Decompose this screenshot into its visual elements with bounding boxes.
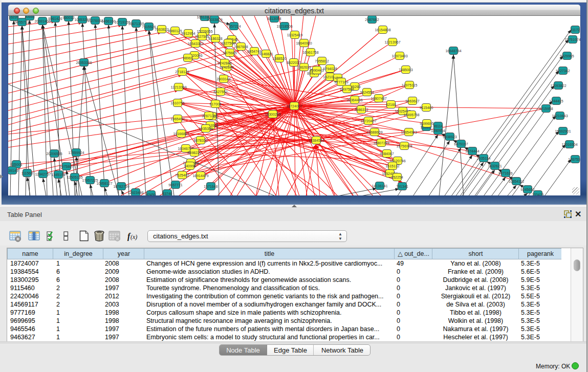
svg-text:9327508: 9327508 xyxy=(221,41,235,45)
svg-text:19166827: 19166827 xyxy=(173,132,189,136)
svg-text:9245652: 9245652 xyxy=(520,188,534,191)
svg-text:20364436: 20364436 xyxy=(346,98,362,102)
svg-text:917004: 917004 xyxy=(209,102,221,106)
svg-text:16914479: 16914479 xyxy=(192,174,208,178)
svg-text:15692901: 15692901 xyxy=(555,129,571,133)
svg-text:8822037: 8822037 xyxy=(287,61,300,64)
svg-text:16495758: 16495758 xyxy=(403,113,419,117)
svg-text:9975867: 9975867 xyxy=(59,165,73,168)
svg-text:12505135: 12505135 xyxy=(67,176,82,179)
svg-text:733426: 733426 xyxy=(532,193,543,196)
svg-text:11325419: 11325419 xyxy=(287,33,303,37)
svg-text:14136141: 14136141 xyxy=(372,184,387,188)
svg-text:9657771: 9657771 xyxy=(168,183,182,187)
svg-text:9215958: 9215958 xyxy=(539,107,553,111)
svg-text:98961: 98961 xyxy=(183,56,193,60)
svg-text:18300295: 18300295 xyxy=(265,113,280,116)
svg-text:19384554: 19384554 xyxy=(308,139,324,142)
svg-text:9474444: 9474444 xyxy=(465,149,479,153)
svg-text:19654923: 19654923 xyxy=(401,130,417,134)
svg-text:8427552: 8427552 xyxy=(213,90,227,94)
svg-text:8912954: 8912954 xyxy=(181,32,195,35)
svg-text:12213967: 12213967 xyxy=(384,40,400,44)
svg-text:9055712: 9055712 xyxy=(15,20,29,24)
svg-text:1935359: 1935359 xyxy=(199,127,212,130)
svg-text:9146821: 9146821 xyxy=(259,52,273,56)
svg-text:9084067: 9084067 xyxy=(380,152,394,156)
svg-text:1588520: 1588520 xyxy=(272,57,286,60)
svg-text:9227342: 9227342 xyxy=(556,69,570,73)
svg-text:939149: 939149 xyxy=(8,169,18,172)
svg-text:935001: 935001 xyxy=(10,163,22,166)
svg-text:19756928: 19756928 xyxy=(396,144,412,148)
svg-text:10958127: 10958127 xyxy=(96,182,112,185)
svg-text:17957225: 17957225 xyxy=(82,179,98,182)
svg-text:12975115: 12975115 xyxy=(402,83,418,87)
svg-text:8990443: 8990443 xyxy=(310,69,323,72)
svg-text:1610755: 1610755 xyxy=(170,101,184,105)
svg-text:17559924: 17559924 xyxy=(68,151,84,155)
svg-text:9242845: 9242845 xyxy=(217,61,231,65)
svg-text:7663822: 7663822 xyxy=(155,28,168,31)
svg-text:7515526: 7515526 xyxy=(142,25,156,29)
svg-text:1362615: 1362615 xyxy=(297,65,311,69)
svg-text:16154808: 16154808 xyxy=(375,28,390,32)
svg-text:(x): (x) xyxy=(130,233,137,240)
svg-text:15751074: 15751074 xyxy=(564,38,580,41)
svg-text:30555: 30555 xyxy=(25,16,35,18)
svg-text:8960125: 8960125 xyxy=(168,29,182,33)
svg-text:83746: 83746 xyxy=(162,192,172,195)
svg-text:3824554: 3824554 xyxy=(360,91,374,94)
svg-text:8186328: 8186328 xyxy=(208,37,222,40)
svg-text:96114: 96114 xyxy=(433,124,443,128)
svg-text:791341: 791341 xyxy=(396,185,408,188)
svg-text:26053346: 26053346 xyxy=(76,61,92,64)
svg-text:19218506: 19218506 xyxy=(276,25,292,28)
svg-text:111568: 111568 xyxy=(21,171,33,175)
svg-text:9115460: 9115460 xyxy=(420,106,433,110)
svg-text:1267534: 1267534 xyxy=(568,158,580,161)
svg-text:7625402: 7625402 xyxy=(175,173,189,177)
svg-text:10973493: 10973493 xyxy=(391,54,407,58)
svg-text:8878332: 8878332 xyxy=(193,139,207,142)
svg-text:5938923: 5938923 xyxy=(443,135,456,139)
svg-text:92450: 92450 xyxy=(146,193,156,196)
svg-text:2803144: 2803144 xyxy=(216,77,230,81)
svg-text:140994: 140994 xyxy=(184,164,195,168)
svg-text:17016504: 17016504 xyxy=(561,143,577,146)
svg-text:2718126: 2718126 xyxy=(175,70,189,74)
svg-text:6479197: 6479197 xyxy=(454,142,468,146)
svg-text:1244415: 1244415 xyxy=(549,99,563,103)
svg-text:7986372: 7986372 xyxy=(354,108,368,112)
svg-text:9699695: 9699695 xyxy=(420,122,433,125)
svg-text:10807487: 10807487 xyxy=(371,97,386,100)
svg-text:8813054: 8813054 xyxy=(267,17,281,20)
svg-text:16033809: 16033809 xyxy=(206,18,222,21)
svg-text:10654112: 10654112 xyxy=(509,180,525,183)
svg-text:3875685: 3875685 xyxy=(223,51,236,55)
svg-text:18640910: 18640910 xyxy=(296,41,312,45)
svg-text:252254: 252254 xyxy=(391,176,403,179)
svg-text:7632621: 7632621 xyxy=(488,164,502,168)
svg-text:20206535: 20206535 xyxy=(46,152,62,156)
svg-text:18807249: 18807249 xyxy=(373,141,389,145)
svg-text:1965492: 1965492 xyxy=(170,117,184,121)
svg-text:7955812: 7955812 xyxy=(315,59,329,63)
svg-text:1345194: 1345194 xyxy=(51,173,65,177)
svg-text:3267130: 3267130 xyxy=(202,114,215,118)
svg-text:8471626: 8471626 xyxy=(498,171,512,175)
svg-text:12942757: 12942757 xyxy=(35,172,51,176)
svg-text:2935114: 2935114 xyxy=(477,157,491,160)
svg-text:9777169: 9777169 xyxy=(334,80,348,84)
svg-text:15276062: 15276062 xyxy=(87,19,103,23)
svg-text:11172: 11172 xyxy=(571,28,580,32)
svg-text:62160: 62160 xyxy=(386,103,396,106)
svg-text:1571648: 1571648 xyxy=(204,185,217,188)
svg-text:7485003: 7485003 xyxy=(399,68,412,72)
svg-text:8961426: 8961426 xyxy=(48,17,62,20)
svg-text:16210643: 16210643 xyxy=(552,114,568,118)
svg-text:9463627: 9463627 xyxy=(405,99,419,103)
svg-text:12093822: 12093822 xyxy=(550,84,566,87)
svg-text:1615132: 1615132 xyxy=(385,164,399,168)
svg-text:16543382: 16543382 xyxy=(187,42,203,46)
